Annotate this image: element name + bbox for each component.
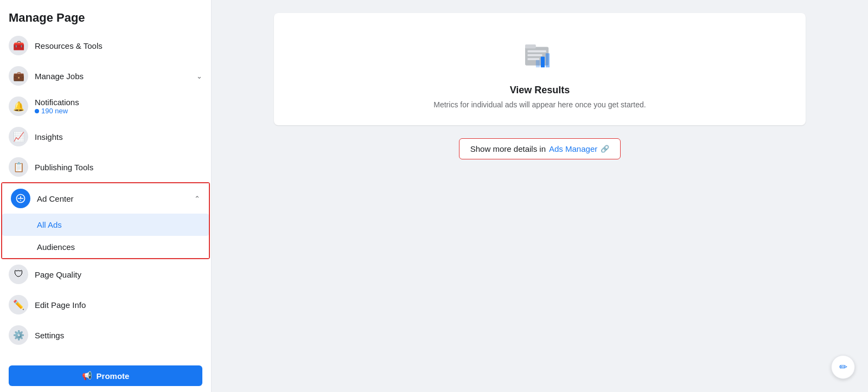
sidebar-item-manage-jobs[interactable]: 💼 Manage Jobs ⌄ (0, 61, 211, 91)
sidebar: Manage Page 🧰 Resources & Tools 💼 Manage… (0, 0, 212, 392)
sidebar-item-label-page-quality: Page Quality (35, 270, 202, 279)
ad-center-label: Ad Center (37, 194, 188, 203)
badge-dot (35, 109, 39, 113)
view-results-title: View Results (510, 85, 570, 96)
sidebar-item-publishing-tools[interactable]: 📋 Publishing Tools (0, 152, 211, 182)
sidebar-item-settings[interactable]: ⚙️ Settings (0, 320, 211, 350)
resources-tools-icon: 🧰 (9, 36, 28, 55)
sidebar-item-label-manage-jobs: Manage Jobs (35, 72, 190, 81)
promote-label: Promote (97, 371, 130, 381)
svg-rect-5 (541, 57, 545, 68)
promote-button[interactable]: 📢 Promote (9, 365, 202, 386)
sidebar-item-ad-center[interactable]: Ad Center ⌃ (2, 183, 209, 214)
main-content: View Results Metrics for individual ads … (212, 0, 868, 392)
settings-icon: ⚙️ (9, 325, 28, 345)
sidebar-item-label-resources: Resources & Tools (35, 41, 202, 50)
publishing-tools-icon: 📋 (9, 157, 28, 177)
page-quality-icon: 🛡 (9, 265, 28, 284)
svg-rect-1 (525, 44, 536, 48)
svg-rect-3 (528, 54, 542, 56)
svg-rect-4 (528, 58, 540, 60)
sidebar-item-notifications[interactable]: 🔔 Notifications 190 new (0, 91, 211, 121)
sidebar-item-label-notifications: Notifications 190 new (35, 98, 202, 115)
sidebar-item-audiences[interactable]: Audiences (2, 236, 209, 258)
insights-icon: 📈 (9, 127, 28, 146)
svg-rect-6 (546, 53, 550, 67)
show-more-details-button[interactable]: Show more details in Ads Manager 🔗 (459, 138, 621, 159)
sidebar-item-label-insights: Insights (35, 132, 202, 142)
svg-rect-2 (528, 50, 546, 53)
sidebar-item-resources-tools[interactable]: 🧰 Resources & Tools (0, 30, 211, 61)
ad-center-section: Ad Center ⌃ All Ads Audiences (1, 182, 210, 259)
view-results-card: View Results Metrics for individual ads … (274, 13, 806, 125)
sidebar-item-page-quality[interactable]: 🛡 Page Quality (0, 259, 211, 290)
view-results-illustration (520, 35, 559, 76)
sidebar-item-label-edit-page-info: Edit Page Info (35, 300, 202, 310)
sidebar-item-label-settings: Settings (35, 331, 202, 340)
page-title: Manage Page (0, 0, 211, 30)
view-results-subtitle: Metrics for individual ads will appear h… (433, 100, 646, 109)
floating-action-button[interactable]: ✏ (831, 355, 855, 379)
ad-center-submenu: All Ads Audiences (2, 214, 209, 258)
edit-page-info-icon: ✏️ (9, 295, 28, 314)
chevron-up-icon: ⌃ (194, 195, 200, 203)
promote-icon: 📢 (82, 371, 92, 381)
manage-jobs-icon: 💼 (9, 66, 28, 86)
svg-rect-7 (536, 60, 540, 68)
chevron-down-icon: ⌄ (196, 72, 202, 80)
sidebar-item-label-publishing-tools: Publishing Tools (35, 163, 202, 172)
ads-manager-link[interactable]: Ads Manager (549, 144, 597, 153)
notifications-badge: 190 new (35, 107, 202, 115)
fab-icon: ✏ (839, 361, 847, 373)
sidebar-item-edit-page-info[interactable]: ✏️ Edit Page Info (0, 290, 211, 320)
sidebar-item-all-ads[interactable]: All Ads (2, 214, 209, 236)
show-more-prefix: Show more details in (470, 144, 546, 153)
notifications-icon: 🔔 (9, 97, 28, 116)
sidebar-item-insights[interactable]: 📈 Insights (0, 121, 211, 152)
ad-center-icon (11, 189, 30, 208)
ads-manager-icon: 🔗 (601, 145, 609, 153)
